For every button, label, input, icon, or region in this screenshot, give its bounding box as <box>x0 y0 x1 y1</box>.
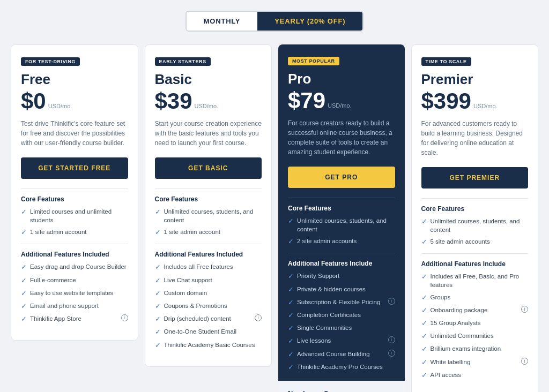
billing-toggle: MONTHLY YEARLY (20% OFF) <box>11 11 538 32</box>
divider <box>421 253 529 254</box>
feature-text: 1 site admin account <box>164 228 262 236</box>
plan-name: Pro <box>288 71 395 87</box>
additional-feature-item: ✓ Private & hidden courses <box>288 285 395 295</box>
feature-text: Thinkific Academy Basic Courses <box>164 341 262 349</box>
additional-feature-item: ✓ Thinkific Academy Pro Courses <box>288 363 395 372</box>
feature-text: Advanced Course Building <box>297 350 384 358</box>
info-icon[interactable]: i <box>388 350 395 357</box>
additional-feature-item: ✓ White labelling i <box>421 358 529 367</box>
plan-badge: EARLY STARTERS <box>155 57 211 66</box>
feature-text: One-to-One Student Email <box>164 327 262 336</box>
check-icon: ✓ <box>421 237 427 247</box>
info-icon[interactable]: i <box>255 314 262 321</box>
cta-button-free[interactable]: GET STARTED FREE <box>21 157 128 179</box>
check-icon: ✓ <box>155 207 161 217</box>
check-icon: ✓ <box>155 301 161 311</box>
feature-text: Thinkific Academy Pro Courses <box>297 363 395 371</box>
feature-text: Thinkific App Store <box>30 314 117 323</box>
check-icon: ✓ <box>155 289 161 298</box>
core-feature-item: ✓ Unlimited courses, students, and conte… <box>288 216 395 233</box>
core-features-label: Core Features <box>21 195 128 203</box>
plan-description: For course creators ready to build a suc… <box>288 118 395 157</box>
additional-feature-item: ✓ 15 Group Analysts <box>421 319 529 328</box>
core-features-list: ✓ Unlimited courses, students, and conte… <box>155 207 262 237</box>
core-feature-item: ✓ Unlimited courses, students, and conte… <box>155 207 262 224</box>
cta-button-basic[interactable]: GET BASIC <box>155 157 262 179</box>
check-icon: ✓ <box>288 285 294 295</box>
check-icon: ✓ <box>155 276 161 285</box>
core-features-list: ✓ Unlimited courses, students, and conte… <box>421 217 529 247</box>
divider <box>21 244 128 244</box>
additional-feature-item: ✓ API access <box>421 371 529 380</box>
check-icon: ✓ <box>21 228 27 237</box>
cta-button-premier[interactable]: GET PREMIER <box>421 167 529 189</box>
feature-text: API access <box>431 371 529 379</box>
plan-description: For advanced customers ready to build a … <box>421 119 529 157</box>
additional-feature-item: ✓ Easy to use website templates <box>21 289 128 298</box>
feature-text: Easy drag and drop Course Builder <box>30 262 128 271</box>
additional-features-label: Additional Features Include <box>288 260 395 267</box>
core-feature-item: ✓ Limited courses and unlimited students <box>21 207 128 224</box>
check-icon: ✓ <box>155 262 161 272</box>
feature-text: Includes all Free, Basic, and Pro featur… <box>431 272 529 289</box>
check-icon: ✓ <box>421 358 427 367</box>
check-icon: ✓ <box>21 276 27 285</box>
check-icon: ✓ <box>288 216 294 226</box>
additional-feature-item: ✓ Completion Certificates <box>288 311 395 320</box>
additional-features-list: ✓ Includes all Free features ✓ Live Chat… <box>155 262 262 350</box>
price-amount: $0 <box>21 90 46 112</box>
additional-features-list: ✓ Includes all Free, Basic, and Pro feat… <box>421 272 529 380</box>
info-icon[interactable]: i <box>388 336 395 343</box>
additional-feature-item: ✓ Groups <box>421 293 529 303</box>
additional-features-label: Additional Features Included <box>155 251 262 258</box>
divider <box>21 189 128 189</box>
additional-feature-item: ✓ Includes all Free, Basic, and Pro feat… <box>421 272 529 289</box>
feature-text: Live Chat support <box>164 276 262 284</box>
plan-card-pro: MOST POPULAR Pro $79 USD/mo. For course … <box>278 44 405 392</box>
check-icon: ✓ <box>421 306 427 315</box>
additional-feature-item: ✓ Thinkific App Store i <box>21 314 128 324</box>
additional-feature-item: ✓ Live lessons i <box>288 336 395 346</box>
additional-feature-item: ✓ One-to-One Student Email <box>155 327 262 337</box>
feature-text: 5 site admin accounts <box>431 237 529 246</box>
feature-text: Live lessons <box>297 336 384 345</box>
info-icon[interactable]: i <box>521 306 528 313</box>
additional-feature-item: ✓ Priority Support <box>288 272 395 281</box>
feature-text: Onboarding package <box>431 306 517 314</box>
additional-feature-item: ✓ Email and phone support <box>21 301 128 311</box>
info-icon[interactable]: i <box>388 298 395 305</box>
feature-text: Easy to use website templates <box>30 289 128 297</box>
divider <box>421 198 529 199</box>
divider <box>288 198 395 198</box>
core-features-list: ✓ Limited courses and unlimited students… <box>21 207 128 237</box>
additional-feature-item: ✓ Advanced Course Building i <box>288 350 395 359</box>
feature-text: Priority Support <box>297 272 395 280</box>
price-unit: USD/mo. <box>328 102 352 109</box>
core-feature-item: ✓ 1 site admin account <box>155 228 262 237</box>
yearly-toggle-btn[interactable]: YEARLY (20% OFF) <box>257 12 362 31</box>
additional-feature-item: ✓ Easy drag and drop Course Builder <box>21 262 128 272</box>
feature-text: Coupons & Promotions <box>164 301 262 310</box>
check-icon: ✓ <box>21 301 27 311</box>
check-icon: ✓ <box>421 344 427 354</box>
feature-text: White labelling <box>431 358 517 366</box>
plan-description: Test-drive Thinkific's core feature set … <box>21 119 128 148</box>
info-icon[interactable]: i <box>121 314 128 321</box>
plan-name: Premier <box>421 71 529 88</box>
additional-feature-item: ✓ Thinkific Academy Basic Courses <box>155 341 262 350</box>
cta-button-pro[interactable]: GET PRO <box>288 167 395 188</box>
feature-text: Completion Certificates <box>297 311 395 319</box>
check-icon: ✓ <box>155 341 161 350</box>
monthly-toggle-btn[interactable]: MONTHLY <box>187 12 258 31</box>
additional-feature-item: ✓ Subscription & Flexible Pricing i <box>288 298 395 307</box>
check-icon: ✓ <box>21 262 27 272</box>
price-row: $39 USD/mo. <box>155 90 262 112</box>
need-more-title: Need more? <box>288 389 395 392</box>
divider <box>155 189 262 189</box>
toggle-container: MONTHLY YEARLY (20% OFF) <box>186 11 364 32</box>
feature-text: Includes all Free features <box>164 262 262 271</box>
check-icon: ✓ <box>288 298 294 307</box>
core-feature-item: ✓ 5 site admin accounts <box>421 237 529 247</box>
core-feature-item: ✓ Unlimited courses, students, and conte… <box>421 217 529 234</box>
info-icon[interactable]: i <box>521 358 528 365</box>
